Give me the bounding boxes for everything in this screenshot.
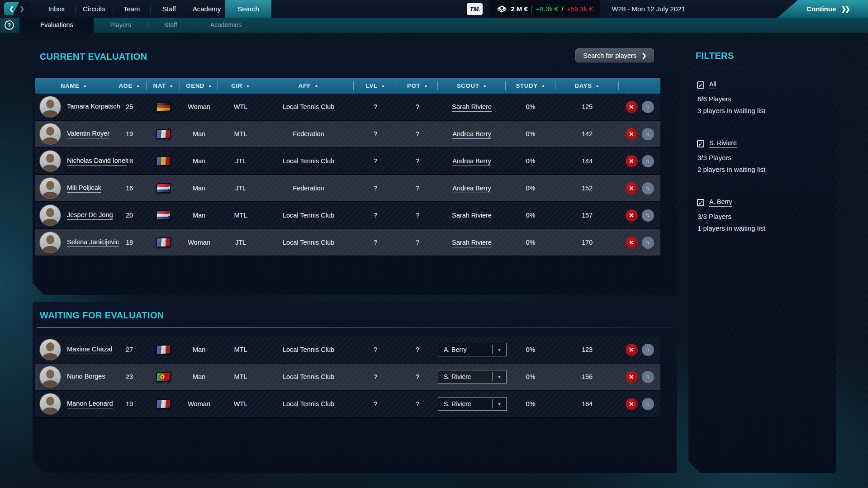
lvl-cell: ? (354, 185, 397, 192)
pot-cell: ? (397, 157, 438, 165)
reorder-button[interactable]: ↑↓ (642, 237, 654, 249)
player-cell: Manon Leonard (35, 393, 112, 414)
column-header-name[interactable]: NAME▲ (35, 78, 112, 94)
remove-button[interactable]: ✕ (626, 371, 638, 383)
column-header-study[interactable]: STUDY▲ (506, 78, 555, 94)
player-avatar[interactable] (40, 205, 61, 226)
filter-label[interactable]: A. Berry (709, 198, 732, 207)
column-header-gend[interactable]: GEND▲ (180, 78, 218, 94)
scout-link[interactable]: Sarah Riviere (452, 103, 492, 112)
checkbox-icon[interactable]: ✓ (697, 81, 704, 89)
player-name-link[interactable]: Jesper De Jong (67, 211, 113, 220)
column-header-age[interactable]: AGE▲ (112, 78, 147, 94)
nav-tab-academy[interactable]: Academy (188, 0, 225, 18)
column-label: AGE (119, 82, 133, 89)
scout-link[interactable]: Sarah Riviere (452, 212, 492, 220)
scout-select[interactable]: S. Riviere▼ (438, 397, 507, 411)
column-header-days[interactable]: DAYS▲ (555, 78, 619, 94)
scout-select-value: S. Riviere (438, 373, 492, 380)
reorder-button[interactable]: ↑↓ (642, 182, 654, 194)
reorder-button[interactable]: ↑↓ (642, 371, 654, 383)
nav-tab-team[interactable]: Team (113, 0, 150, 18)
player-name-link[interactable]: Selena Janicijevic (67, 238, 119, 247)
player-name-link[interactable]: Mili Poljicak (67, 184, 101, 193)
balance-value: 2 M € (511, 5, 528, 13)
subnav-tab-academies[interactable]: Academies (194, 18, 258, 33)
scout-select[interactable]: S. Riviere▼ (438, 370, 507, 384)
search-for-players-button[interactable]: Search for players ❯ (575, 48, 654, 62)
lvl-cell: ? (354, 157, 397, 165)
sort-asc-icon: ▲ (246, 84, 250, 88)
player-avatar[interactable] (40, 178, 61, 199)
filter-label[interactable]: S. Riviere (709, 139, 737, 148)
column-header-cir[interactable]: CIR▲ (218, 78, 263, 94)
player-avatar[interactable] (40, 151, 61, 171)
player-cell: Nuno Borges (35, 366, 112, 387)
filter-label[interactable]: All (709, 81, 716, 89)
column-label: STUDY (516, 82, 538, 89)
player-avatar[interactable] (40, 393, 61, 414)
remove-button[interactable]: ✕ (626, 344, 638, 356)
column-header-scout[interactable]: SCOUT▲ (438, 78, 506, 94)
subnav-tab-players[interactable]: Players (94, 18, 147, 33)
remove-button[interactable]: ✕ (626, 155, 638, 167)
scout-link[interactable]: Andrea Berry (452, 157, 491, 166)
remove-button[interactable]: ✕ (626, 101, 638, 113)
nav-tab-staff[interactable]: Staff (151, 0, 188, 18)
subnav-tab-staff[interactable]: Staff (148, 18, 194, 33)
player-name-link[interactable]: Valentin Royer (67, 130, 109, 138)
filter-row: ✓All (697, 81, 836, 89)
flag-pt-icon (156, 371, 171, 382)
player-name-link[interactable]: Nuno Borges (67, 373, 105, 381)
reorder-button[interactable]: ↑↓ (642, 101, 654, 113)
remove-button[interactable]: ✕ (626, 209, 638, 222)
checkbox-icon[interactable]: ✓ (697, 140, 704, 147)
reorder-button[interactable]: ↑↓ (642, 398, 654, 410)
subnav-tab-evaluations[interactable]: Evaluations (19, 18, 94, 33)
column-header-pot[interactable]: POT▲ (397, 78, 438, 94)
scout-link[interactable]: Andrea Berry (452, 130, 491, 139)
scout-cell: Sarah Riviere (438, 212, 506, 219)
reorder-button[interactable]: ↑↓ (642, 155, 654, 167)
player-name-link[interactable]: Manon Leonard (67, 400, 113, 408)
player-cell: Maxime Chazal (35, 339, 112, 360)
reorder-button[interactable]: ↑↓ (642, 128, 654, 140)
scout-select[interactable]: A. Berry▼ (438, 343, 507, 356)
nav-tab-inbox[interactable]: Inbox (38, 0, 75, 18)
cir-cell: MTL (218, 130, 263, 137)
reorder-button[interactable]: ↑↓ (642, 209, 654, 222)
current-evaluation-panel: CURRENT EVALUATION Search for players ❯ … (33, 43, 677, 295)
scout-link[interactable]: Andrea Berry (452, 185, 491, 193)
help-icon[interactable]: ? (5, 20, 14, 30)
nav-tab-search[interactable]: Search (225, 0, 271, 18)
gender-cell: Man (180, 346, 218, 353)
cir-cell: JTL (218, 157, 263, 165)
player-cell: Tamara Korpatsch (35, 96, 112, 117)
forward-button[interactable]: ❯ (19, 2, 31, 15)
waiting-count: 1 players in waiting list (697, 224, 836, 232)
column-header-nat[interactable]: NAT▲ (147, 78, 180, 94)
study-cell: 0% (506, 130, 555, 137)
remove-button[interactable]: ✕ (626, 182, 638, 194)
sort-asc-icon: ▲ (136, 84, 140, 88)
scout-cell: Sarah Riviere (438, 239, 506, 246)
age-cell: 20 (112, 212, 147, 219)
remove-button[interactable]: ✕ (626, 398, 638, 410)
scout-link[interactable]: Sarah Riviere (452, 239, 492, 247)
checkbox-icon[interactable]: ✓ (697, 199, 704, 206)
player-avatar[interactable] (40, 339, 61, 360)
player-avatar[interactable] (40, 96, 61, 117)
remove-button[interactable]: ✕ (626, 128, 638, 140)
player-avatar[interactable] (40, 232, 61, 253)
player-name-link[interactable]: Maxime Chazal (67, 346, 112, 354)
nav-tab-circuits[interactable]: Circuits (76, 0, 113, 18)
column-header-aff[interactable]: AFF▲ (263, 78, 354, 94)
reorder-button[interactable]: ↑↓ (642, 344, 654, 356)
days-cell: 142 (555, 130, 619, 137)
waiting-evaluation-title: WAITING FOR EVALUATION (33, 302, 677, 321)
remove-button[interactable]: ✕ (626, 237, 638, 249)
player-avatar[interactable] (40, 366, 61, 387)
aff-cell: Federation (263, 130, 354, 137)
column-header-lvl[interactable]: LVL▲ (354, 78, 397, 94)
player-avatar[interactable] (40, 123, 61, 144)
